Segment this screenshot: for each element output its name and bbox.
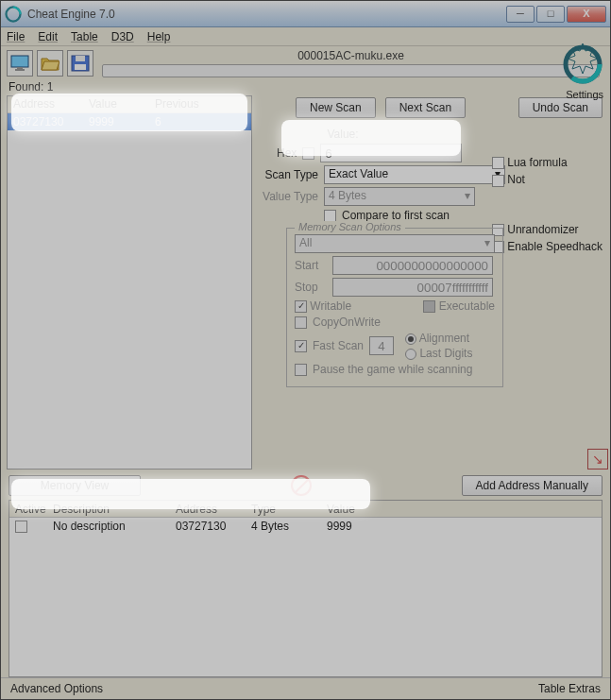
monitor-icon (10, 55, 29, 72)
pause-checkbox[interactable] (295, 364, 307, 376)
unrandomizer-label: Unrandomizer (507, 223, 578, 236)
cell-value: 9999 (83, 114, 149, 129)
last-digits-radio[interactable] (405, 349, 416, 360)
scan-progress (102, 64, 599, 77)
cell-value2: 9999 (321, 519, 387, 534)
pause-label: Pause the game while scanning (313, 363, 472, 376)
table-extras-button[interactable]: Table Extras (538, 682, 601, 695)
floppy-icon (71, 55, 90, 72)
cow-checkbox[interactable] (295, 316, 307, 329)
process-name: 000015AC-muku.exe (297, 49, 404, 62)
alignment-label: Alignment (419, 332, 469, 345)
writable-checkbox[interactable] (295, 300, 307, 313)
menu-table[interactable]: Table (71, 30, 98, 43)
menu-d3d[interactable]: D3D (111, 30, 134, 43)
folder-open-icon (41, 55, 59, 72)
col-value2[interactable]: Value (321, 502, 387, 517)
col-type[interactable]: Type (246, 502, 321, 517)
no-entry-icon[interactable] (291, 475, 312, 496)
writable-label: Writable (310, 299, 351, 313)
executable-label: Executable (439, 299, 495, 313)
memory-view-button[interactable]: Memory View (8, 475, 141, 496)
svg-rect-6 (75, 64, 86, 70)
col-description[interactable]: Description (47, 502, 170, 517)
fast-scan-value[interactable] (369, 336, 394, 355)
cell-description: No description (47, 519, 170, 534)
expand-arrow-icon[interactable]: ↘ (587, 449, 608, 470)
lua-label: Lua formula (507, 156, 567, 169)
speedhack-label: Enable Speedhack (507, 240, 603, 253)
col-address2[interactable]: Address (170, 502, 246, 517)
maximize-button[interactable]: □ (536, 6, 565, 23)
menu-help[interactable]: Help (147, 30, 171, 43)
hex-label: Hex (277, 146, 297, 160)
advanced-options-button[interactable]: Advanced Options (10, 682, 103, 695)
menubar: File Edit Table D3D Help (1, 27, 610, 46)
col-previous[interactable]: Previous (149, 96, 225, 112)
col-active[interactable]: Active (9, 502, 47, 517)
found-count: Found: 1 (1, 80, 610, 94)
col-address[interactable]: Address (8, 96, 83, 112)
cell-type: 4 Bytes (246, 519, 321, 534)
not-checkbox[interactable] (492, 175, 504, 187)
open-file-button[interactable] (37, 50, 63, 77)
next-scan-button[interactable]: Next Scan (385, 97, 466, 118)
toolbar: 000015AC-muku.exe (1, 46, 610, 80)
executable-checkbox[interactable] (423, 300, 435, 313)
svg-rect-1 (11, 56, 28, 67)
settings-label[interactable]: Settings (566, 89, 603, 100)
mem-region-select[interactable]: All▾ (295, 234, 495, 253)
cow-label: CopyOnWrite (313, 316, 381, 329)
menu-edit[interactable]: Edit (38, 30, 58, 43)
fast-scan-checkbox[interactable] (295, 340, 307, 352)
svg-rect-5 (76, 56, 85, 61)
start-input[interactable] (332, 256, 493, 275)
memory-scan-options-group: Memory Scan Options All▾ Start Stop Writ… (286, 228, 503, 387)
new-scan-button[interactable]: New Scan (296, 97, 376, 118)
open-process-button[interactable] (7, 50, 33, 77)
active-checkbox[interactable] (15, 521, 27, 533)
undo-scan-button[interactable]: Undo Scan (518, 97, 603, 118)
lua-checkbox[interactable] (492, 157, 504, 169)
results-row[interactable]: 03727130 9999 6 (8, 113, 251, 130)
titlebar[interactable]: Cheat Engine 7.0 ─ □ X (1, 1, 610, 27)
col-value[interactable]: Value (83, 96, 149, 112)
svg-rect-2 (17, 67, 23, 69)
memory-scan-options-title: Memory Scan Options (295, 221, 405, 232)
cell-address: 03727130 (8, 114, 83, 129)
not-label: Not (507, 173, 525, 186)
scan-type-select[interactable]: Exact Value▾ (324, 165, 505, 184)
stop-label: Stop (295, 281, 327, 294)
last-digits-label: Last Digits (419, 347, 472, 360)
address-list[interactable]: Active Description Address Type Value No… (8, 500, 603, 677)
scan-panel: New Scan Next Scan Undo Scan Value: Hex … (254, 94, 610, 471)
svg-rect-3 (15, 69, 25, 71)
window-title: Cheat Engine 7.0 (27, 8, 506, 21)
main-window: Cheat Engine 7.0 ─ □ X File Edit Table D… (0, 0, 611, 700)
minimize-button[interactable]: ─ (506, 6, 535, 23)
menu-file[interactable]: File (7, 30, 25, 43)
close-button[interactable]: X (567, 6, 606, 23)
value-type-select[interactable]: 4 Bytes▾ (324, 187, 475, 206)
cheat-engine-logo[interactable] (560, 42, 605, 87)
add-address-manually-button[interactable]: Add Address Manually (462, 475, 603, 496)
stop-input[interactable] (332, 278, 493, 297)
footer: Advanced Options Table Extras (1, 677, 610, 699)
scan-value-input[interactable] (320, 144, 462, 162)
address-list-row[interactable]: No description 03727130 4 Bytes 9999 (9, 518, 602, 535)
save-button[interactable] (67, 50, 93, 77)
app-icon (5, 6, 22, 23)
start-label: Start (295, 259, 327, 272)
compare-first-checkbox[interactable] (324, 210, 336, 222)
address-list-header: Active Description Address Type Value (9, 501, 602, 518)
scan-type-label: Scan Type (258, 168, 318, 181)
alignment-radio[interactable] (405, 333, 416, 345)
results-header: Address Value Previous (8, 96, 251, 113)
value-type-label: Value Type (258, 190, 318, 203)
fast-scan-label: Fast Scan (313, 339, 364, 352)
hex-checkbox[interactable] (302, 147, 314, 160)
cell-previous: 6 (149, 114, 225, 129)
value-label: Value: (258, 128, 428, 141)
results-list[interactable]: Address Value Previous 03727130 9999 6 (7, 95, 252, 470)
cell-address2: 03727130 (170, 519, 246, 534)
